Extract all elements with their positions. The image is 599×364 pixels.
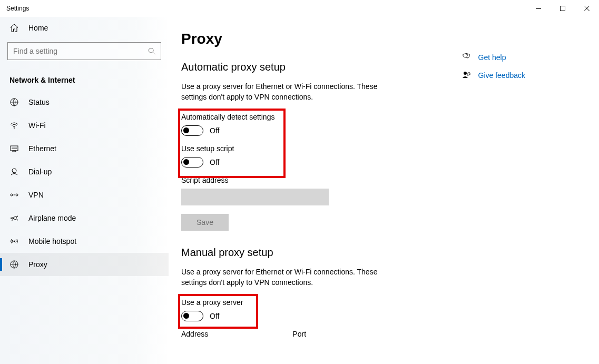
help-icon: ? — [461, 53, 471, 62]
setup-script-toggle[interactable] — [181, 157, 203, 168]
get-help-text: Get help — [478, 53, 506, 62]
hotspot-icon — [9, 237, 19, 246]
give-feedback-link[interactable]: Give feedback — [461, 71, 526, 80]
ethernet-icon — [9, 144, 19, 153]
svg-rect-0 — [536, 8, 541, 9]
sidebar-item-status[interactable]: Status — [0, 91, 169, 114]
sidebar-item-label: Ethernet — [28, 144, 56, 153]
svg-point-8 — [11, 194, 13, 196]
svg-rect-6 — [13, 151, 16, 152]
sidebar-item-label: Airplane mode — [28, 214, 76, 222]
sidebar-item-label: Dial-up — [28, 168, 52, 176]
sidebar-item-label: VPN — [28, 191, 44, 199]
auto-section-desc: Use a proxy server for Ethernet or Wi-Fi… — [181, 82, 402, 102]
use-proxy-label: Use a proxy server — [181, 298, 586, 307]
svg-point-2 — [149, 48, 153, 53]
get-help-link[interactable]: ? Get help — [461, 53, 526, 62]
sidebar-item-label: Proxy — [28, 260, 47, 269]
give-feedback-text: Give feedback — [478, 71, 526, 80]
status-icon — [9, 97, 19, 107]
home-label: Home — [28, 24, 48, 32]
maximize-button[interactable] — [551, 0, 575, 17]
sidebar-item-label: Status — [28, 98, 50, 106]
window-title: Settings — [6, 5, 526, 12]
setup-script-state: Off — [210, 158, 219, 166]
sidebar: Home Network & Internet Status Wi-Fi — [0, 17, 169, 364]
sidebar-item-label: Mobile hotspot — [28, 237, 76, 245]
sidebar-item-airplane[interactable]: Airplane mode — [0, 206, 169, 230]
sidebar-item-label: Wi-Fi — [28, 121, 46, 130]
search-box[interactable] — [7, 42, 161, 60]
use-proxy-state: Off — [210, 312, 219, 320]
vpn-icon — [9, 190, 19, 200]
search-input[interactable] — [13, 47, 148, 55]
save-button: Save — [181, 214, 229, 231]
port-label: Port — [292, 330, 306, 338]
category-header: Network & Internet — [0, 68, 169, 91]
page-title: Proxy — [181, 31, 586, 47]
manual-section-title: Manual proxy setup — [181, 247, 586, 259]
search-icon — [148, 47, 155, 55]
svg-point-9 — [16, 194, 18, 196]
auto-detect-toggle[interactable] — [181, 125, 203, 136]
script-address-input[interactable] — [181, 189, 329, 205]
auto-section-title: Automatic proxy setup — [181, 61, 586, 73]
feedback-icon — [461, 71, 471, 80]
sidebar-item-proxy[interactable]: Proxy — [0, 253, 169, 276]
dialup-icon — [9, 167, 19, 176]
close-button[interactable] — [575, 0, 599, 17]
sidebar-item-vpn[interactable]: VPN — [0, 183, 169, 206]
setup-script-label: Use setup script — [181, 144, 586, 153]
home-icon — [9, 23, 19, 33]
sidebar-item-ethernet[interactable]: Ethernet — [0, 137, 169, 160]
wifi-icon — [9, 121, 19, 130]
content-area: Proxy Automatic proxy setup Use a proxy … — [169, 17, 599, 364]
sidebar-item-wifi[interactable]: Wi-Fi — [0, 114, 169, 137]
sidebar-item-dialup[interactable]: Dial-up — [0, 160, 169, 183]
svg-point-7 — [12, 169, 16, 173]
auto-detect-label: Automatically detect settings — [181, 113, 586, 121]
script-address-label: Script address — [181, 176, 586, 184]
minimize-button[interactable] — [526, 0, 551, 17]
address-label: Address — [181, 330, 208, 338]
proxy-icon — [9, 260, 19, 269]
svg-point-10 — [14, 241, 15, 242]
use-proxy-toggle[interactable] — [181, 311, 203, 321]
sidebar-item-hotspot[interactable]: Mobile hotspot — [0, 230, 169, 253]
svg-point-4 — [14, 127, 15, 129]
svg-point-13 — [464, 72, 467, 75]
home-nav[interactable]: Home — [0, 17, 169, 39]
manual-section-desc: Use a proxy server for Ethernet or Wi-Fi… — [181, 267, 402, 288]
airplane-icon — [9, 213, 19, 223]
auto-detect-state: Off — [210, 126, 219, 135]
svg-rect-1 — [561, 6, 565, 11]
svg-text:?: ? — [466, 53, 468, 58]
